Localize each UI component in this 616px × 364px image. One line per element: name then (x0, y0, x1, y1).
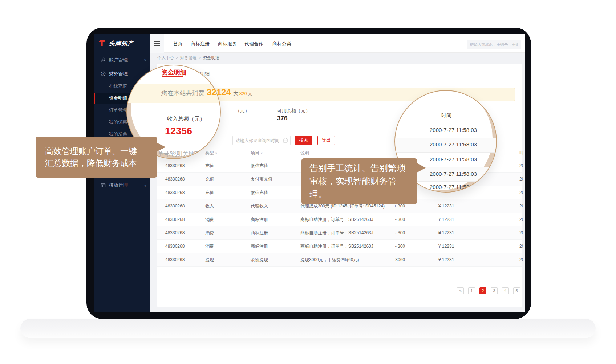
magnified-time-row: 2000-7-27 11:58:03 (430, 156, 477, 162)
banner-amount-big: 32124 (207, 87, 231, 97)
svg-text:¥: ¥ (102, 72, 104, 76)
sort-caret-icon: ∨ (260, 151, 263, 155)
breadcrumb-item[interactable]: 财务管理 (180, 56, 197, 60)
magnified-divider (395, 123, 497, 123)
sidebar-item-online-recharge[interactable]: 在线充值 (109, 83, 127, 89)
callout-right: 告别手工统计、告别繁琐 审核，实现智能财务管 理。 (301, 158, 417, 204)
sidebar-active-indicator (94, 93, 95, 104)
banner-unit: 元 (248, 91, 253, 97)
user-icon (101, 57, 106, 62)
laptop-base (20, 319, 596, 338)
nav-item-home[interactable]: 首页 (173, 41, 183, 47)
finance-icon: ¥ (101, 71, 106, 76)
nav-item-trademark-category[interactable]: 商标分类 (272, 41, 291, 47)
table-row[interactable]: 48330268消费商标注册商标自助注册，订单号：SB2514263J- 300… (157, 240, 522, 253)
callout-left-line2: 汇总数据，降低财务成本 (45, 157, 157, 169)
callout-left: 高效管理账户订单、一键 汇总数据，降低财务成本 (36, 137, 157, 178)
sidebar-item-fund-detail[interactable]: 资金明细 (109, 95, 127, 101)
magnified-tab-underline (162, 76, 183, 77)
banner-mid: 大 (233, 90, 239, 97)
banner-prefix: 您在本站共消费 (161, 89, 204, 97)
consume-banner-text: 您在本站共消费 32124 大 820 元 (161, 87, 252, 101)
magnified-divider (395, 138, 497, 138)
breadcrumb-item[interactable]: 个人中心 (157, 56, 174, 60)
th-project[interactable]: 项目∨ (251, 147, 263, 159)
table-row[interactable]: 48330268消费商标注册商标自助注册，订单号：SB2514263J- 300… (157, 213, 522, 226)
magnified-divider (395, 152, 497, 153)
callout-right-line3: 理。 (309, 188, 417, 201)
stat-available-label: 可用余额（元） (277, 108, 310, 114)
sidebar-group-template[interactable]: 模板管理 (109, 182, 128, 189)
stat-available-value: 376 (277, 115, 287, 122)
callout-right-line1: 告别手工统计、告别繁琐 (309, 162, 417, 175)
magnified-time-row: 2000-7-27 11:58:03 (430, 171, 477, 177)
th-type[interactable]: 类型∨ (205, 147, 218, 159)
callout-left-pointer (156, 142, 166, 152)
table-row[interactable]: 48330268消费商标注册商标自助注册，订单号：SB2514263J- 300… (157, 226, 522, 240)
table-row[interactable]: 48330268提现余额提现提现3000元，手续费2%(60元)- 3060¥ … (157, 253, 522, 267)
top-search-input[interactable] (467, 40, 521, 49)
brand-logo-icon (99, 39, 107, 47)
callout-right-pointer (416, 163, 426, 173)
pagination-page-4[interactable]: 4 (502, 287, 509, 294)
magnified-income-value: 12356 (165, 126, 192, 137)
th-time: 时间 (519, 147, 523, 159)
pagination-page-1[interactable]: 1 (468, 287, 475, 294)
sidebar-item-invoices[interactable]: 我的发票 (109, 131, 127, 137)
search-button[interactable]: 搜索 (295, 136, 312, 145)
pagination-page-5[interactable]: 5 (513, 287, 520, 294)
magnified-income-label: 收入总额（元） (167, 116, 205, 122)
callout-left-line1: 高效管理账户订单、一键 (45, 145, 157, 157)
breadcrumb: 个人中心>财务管理>资金明细 (157, 55, 219, 61)
stat-middle-label-partial: （元） (235, 108, 250, 114)
th-desc: 说明 (300, 147, 309, 159)
template-icon (101, 183, 106, 188)
callout-right-line2: 审核，实现智能财务管 (309, 175, 417, 188)
nav-item-agency[interactable]: 代理合作 (244, 41, 263, 47)
magnified-time-row: 2000-7-27 11:58:03 (430, 127, 477, 133)
sort-caret-icon: ∨ (215, 151, 218, 155)
pagination: < 1 2 3 4 5 (457, 287, 520, 294)
breadcrumb-current: 资金明细 (203, 56, 219, 60)
date-input[interactable] (232, 136, 291, 145)
chevron-down-icon[interactable]: ∨ (144, 58, 146, 62)
brand-logo-text: 头牌知产 (109, 40, 134, 48)
export-button[interactable]: 导出 (317, 136, 335, 145)
pagination-prev-button[interactable]: < (457, 287, 464, 294)
stat-divider (272, 101, 272, 121)
pagination-page-3[interactable]: 3 (491, 287, 498, 294)
chevron-down-icon[interactable]: ∨ (144, 183, 146, 187)
calendar-icon[interactable] (283, 138, 288, 143)
magnified-time-header: 时间 (395, 110, 497, 121)
magnified-time-row: 2000-7-27 11:58:03 (430, 141, 477, 147)
nav-item-trademark-register[interactable]: 商标注册 (191, 41, 210, 47)
sidebar-item-order-manage[interactable]: 订单管理 (109, 107, 127, 113)
hamburger-menu-icon[interactable] (150, 34, 164, 53)
nav-item-trademark-service[interactable]: 商标服务 (218, 41, 237, 47)
sidebar-group-finance[interactable]: 财务管理 (109, 70, 128, 77)
banner-amount-small: 820 (239, 91, 247, 96)
magnified-tab-label: 资金明细 (162, 68, 186, 77)
sidebar-group-account[interactable]: 账户管理 (109, 57, 128, 63)
pagination-page-2-active[interactable]: 2 (479, 287, 486, 294)
